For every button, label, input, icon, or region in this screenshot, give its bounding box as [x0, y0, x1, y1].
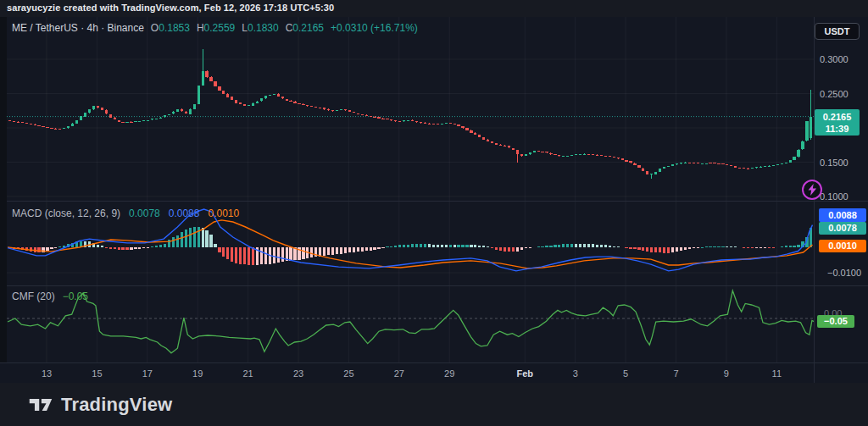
currency-toggle-button[interactable]: USDT — [815, 23, 860, 40]
macd-histogram-value: 0.0078 — [129, 207, 160, 219]
price-scale-tick: 0.2500 — [820, 88, 849, 100]
macd-signal-badge: 0.0010 — [819, 240, 866, 252]
cmf-line — [8, 290, 815, 353]
cmf-legend: CMF (20)−0.05 — [12, 290, 88, 302]
time-axis-label: 17 — [131, 368, 164, 379]
chart-canvas[interactable] — [0, 17, 868, 383]
macd-signal-line — [8, 220, 813, 268]
open-value: 0.1853 — [159, 22, 190, 34]
time-axis-label: Feb — [508, 368, 542, 379]
time-axis-label: 23 — [281, 368, 315, 379]
footer: TradingView — [0, 383, 868, 426]
macd-signal-value: 0.0010 — [208, 207, 239, 219]
tradingview-logo[interactable]: TradingView — [28, 394, 172, 416]
time-axis-label: 7 — [659, 368, 693, 379]
time-axis-label: 3 — [559, 368, 593, 379]
attribution-text: sarayucyzie created with TradingView.com… — [0, 0, 868, 17]
time-axis-label: 9 — [709, 368, 743, 379]
price-pane — [7, 49, 814, 179]
time-axis-label: 21 — [231, 368, 265, 379]
time-axis-label: 19 — [181, 368, 214, 379]
chart-left-gutter — [0, 17, 7, 362]
macd-line-badge: 0.0088 — [819, 208, 866, 222]
macd-title: MACD (close, 12, 26, 9) — [12, 207, 120, 219]
macd-histogram-badge: 0.0078 — [819, 222, 866, 235]
time-axis-label: 25 — [331, 368, 365, 379]
candlestick-series — [8, 49, 813, 179]
price-scale-tick: 0.1000 — [820, 191, 849, 202]
time-axis-label: 13 — [30, 368, 64, 379]
cmf-value: −0.05 — [63, 290, 88, 302]
cmf-value-badge: −0.05 — [817, 315, 854, 328]
tradingview-logo-text: TradingView — [61, 394, 172, 416]
high-label: H — [197, 22, 204, 34]
high-value: 0.2559 — [204, 22, 236, 34]
time-axis-label: 5 — [609, 368, 643, 379]
change-value: +0.0310 (+16.71%) — [331, 22, 418, 34]
close-value: 0.2165 — [292, 22, 324, 34]
price-scale-tick: 0.1500 — [820, 157, 849, 169]
price-pane-legend: ME / TetherUS · 4h · BinanceO0.1853H0.25… — [12, 22, 418, 34]
time-axis-label: 15 — [80, 368, 114, 379]
cmf-title: CMF (20) — [12, 290, 55, 302]
macd-line-value: 0.0088 — [169, 207, 200, 219]
last-price-value: 0.2165 — [815, 111, 860, 123]
bar-countdown: 11:39 — [815, 123, 860, 135]
tradingview-logo-mark — [28, 394, 53, 416]
macd-histogram — [8, 227, 813, 265]
time-axis-label: 11 — [760, 368, 793, 379]
symbol-title: ME / TetherUS · 4h · Binance — [12, 22, 144, 34]
macd-legend: MACD (close, 12, 26, 9)0.00780.00880.001… — [12, 207, 239, 219]
macd-scale-tick: −0.0100 — [827, 267, 861, 279]
price-scale-tick: 0.3000 — [820, 53, 849, 65]
time-axis-label: 27 — [382, 368, 416, 379]
pane-separators — [0, 17, 868, 383]
time-axis-label: 29 — [432, 368, 466, 379]
chart-region: ME / TetherUS · 4h · BinanceO0.1853H0.25… — [0, 17, 868, 383]
last-price-badge: 0.2165 11:39 — [815, 109, 860, 136]
lightning-icon — [808, 184, 817, 196]
cmf-pane — [7, 290, 815, 353]
lightning-button[interactable] — [802, 180, 822, 200]
open-label: O — [151, 22, 159, 34]
low-label: L — [242, 22, 248, 34]
low-value: 0.1830 — [248, 22, 279, 34]
gridlines — [7, 17, 814, 362]
